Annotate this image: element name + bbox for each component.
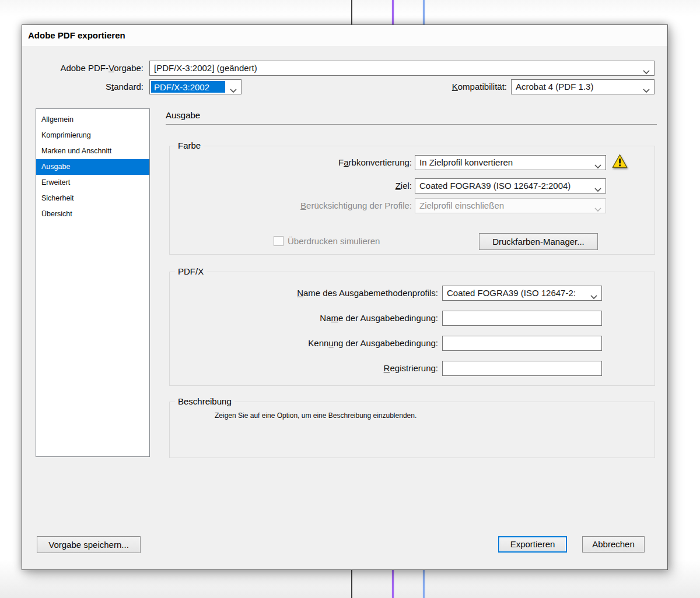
ueberdrucken-checkbox[interactable] — [274, 236, 284, 246]
standard-selected-text: PDF/X-3:2002 — [151, 81, 225, 93]
cancel-button[interactable]: Abbrechen — [582, 536, 645, 553]
farbkonvertierung-select[interactable]: In Zielprofil konvertieren — [415, 155, 606, 170]
farbkonvertierung-label: Farbkonvertierung: — [197, 155, 412, 170]
warning-icon — [612, 154, 628, 168]
chevron-down-icon — [590, 291, 597, 296]
export-button[interactable]: Exportieren — [498, 536, 567, 553]
dialog-title: Adobe PDF exportieren — [28, 25, 125, 46]
ausgabebedingung-name-label: Name der Ausgabebedingung: — [197, 311, 438, 326]
druckfarben-manager-button[interactable]: Druckfarben-Manager... — [479, 233, 598, 250]
standard-label: Standard: — [33, 79, 144, 94]
sidebar-item-erweitert[interactable]: Erweitert — [36, 175, 149, 191]
pdf-preset-label: Adobe PDF-Vorgabe: — [33, 61, 144, 76]
chevron-down-icon — [643, 85, 650, 90]
chevron-down-icon — [594, 204, 601, 209]
compatibility-label: Kompatibilität: — [390, 79, 507, 94]
chevron-down-icon — [594, 184, 601, 189]
category-listbox: Allgemein Komprimierung Marken und Ansch… — [36, 108, 150, 457]
sidebar-item-allgemein[interactable]: Allgemein — [36, 112, 149, 128]
dialog-titlebar[interactable]: Adobe PDF exportieren — [22, 25, 667, 46]
ziel-select[interactable]: Coated FOGRA39 (ISO 12647-2:2004) — [415, 178, 606, 194]
ausgabemethodenprofil-label: Name des Ausgabemethodenprofils: — [197, 286, 438, 301]
pdf-preset-select[interactable]: [PDF/X-3:2002] (geändert) — [149, 61, 654, 76]
profile-inclusion-label: Berücksichtigung der Profile: — [197, 198, 412, 213]
panel-title-divider — [166, 124, 657, 125]
compatibility-select[interactable]: Acrobat 4 (PDF 1.3) — [511, 79, 654, 94]
profile-inclusion-select: Zielprofil einschließen — [415, 198, 606, 213]
ausgabemethodenprofil-select[interactable]: Coated FOGRA39 (ISO 12647-2: — [442, 286, 602, 301]
export-adobe-pdf-dialog: Adobe PDF exportieren Adobe PDF-Vorgabe:… — [22, 24, 668, 570]
chevron-down-icon — [594, 161, 601, 166]
registrierung-label: Registrierung: — [197, 361, 438, 376]
beschreibung-group-legend: Beschreibung — [175, 396, 235, 406]
registrierung-input[interactable] — [442, 361, 602, 376]
pdfx-group-legend: PDF/X — [175, 266, 206, 276]
ausgabebedingung-kennung-input[interactable] — [442, 336, 602, 351]
ausgabebedingung-kennung-label: Kennung der Ausgabebedingung: — [197, 336, 438, 351]
chevron-down-icon — [643, 66, 650, 71]
panel-title: Ausgabe — [166, 110, 200, 120]
farbe-group-legend: Farbe — [175, 140, 204, 150]
sidebar-item-marken-und-anschnitt[interactable]: Marken und Anschnitt — [36, 143, 149, 159]
ausgabebedingung-name-input[interactable] — [442, 311, 602, 326]
sidebar-item-komprimierung[interactable]: Komprimierung — [36, 128, 149, 143]
save-preset-button[interactable]: Vorgabe speichern... — [37, 536, 141, 553]
chevron-down-icon — [230, 85, 237, 90]
document-background: Adobe PDF exportieren Adobe PDF-Vorgabe:… — [0, 0, 700, 598]
ziel-label: Ziel: — [197, 178, 412, 194]
beschreibung-group: Beschreibung — [169, 402, 655, 458]
sidebar-item-uebersicht[interactable]: Übersicht — [36, 206, 149, 222]
ueberdrucken-label: Überdrucken simulieren — [288, 234, 380, 248]
beschreibung-text: Zeigen Sie auf eine Option, um eine Besc… — [215, 411, 416, 420]
sidebar-item-sicherheit[interactable]: Sicherheit — [36, 191, 149, 206]
sidebar-item-ausgabe[interactable]: Ausgabe — [36, 159, 149, 175]
standard-select[interactable]: PDF/X-3:2002 — [149, 79, 242, 94]
